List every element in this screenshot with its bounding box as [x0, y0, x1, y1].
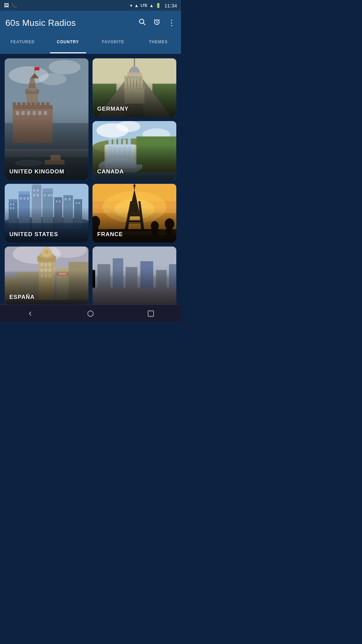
uk-label: UNITED KINGDOM [9, 168, 64, 175]
wifi-icon: ▾ [130, 3, 132, 8]
svg-point-169 [88, 311, 94, 316]
svg-line-1 [143, 23, 145, 25]
card-espana[interactable]: ESPAÑA [5, 247, 88, 305]
espana-label: ESPAÑA [9, 294, 35, 301]
battery-icon: 🔋 [156, 3, 161, 8]
france-label: FRANCE [97, 231, 123, 238]
tab-country[interactable]: COUNTRY [45, 35, 90, 53]
tabs-bar: FEATURED COUNTRY FAVORITE THEMES [0, 35, 181, 54]
signal-icon: ▲ [134, 3, 139, 8]
card-france[interactable]: FRANCE [93, 184, 176, 243]
search-button[interactable] [138, 18, 146, 28]
bottom-nav [0, 305, 181, 322]
card-uk[interactable]: UNITED KINGDOM [5, 58, 88, 180]
card-partial[interactable] [93, 247, 176, 305]
canada-label: CANADA [97, 168, 124, 175]
back-button[interactable] [23, 307, 37, 320]
svg-rect-170 [148, 311, 154, 316]
status-right-icons: ▾ ▲ LTE ▲ 🔋 11:34 [130, 3, 177, 8]
time-display: 11:34 [164, 3, 177, 8]
tab-favorite[interactable]: FAVORITE [90, 35, 136, 53]
photo-icon: 🖼 [4, 3, 9, 8]
header-actions: ⋮ [138, 18, 176, 28]
app-header: 60s Music Radios ⋮ [0, 11, 181, 35]
lte-label: LTE [141, 3, 147, 7]
more-button[interactable]: ⋮ [168, 18, 176, 28]
status-bar: 🖼 📞 ▾ ▲ LTE ▲ 🔋 11:34 [0, 0, 181, 11]
home-button[interactable] [84, 307, 97, 320]
app-title: 60s Music Radios [5, 18, 76, 28]
recents-button[interactable] [144, 307, 158, 320]
card-canada[interactable]: CANADA [93, 121, 176, 180]
card-usa[interactable]: UNITED STATES [5, 184, 88, 243]
tab-featured[interactable]: FEATURED [0, 35, 45, 53]
germany-label: GERMANY [97, 106, 129, 112]
signal2-icon: ▲ [149, 3, 154, 8]
phone-icon: 📞 [11, 3, 17, 8]
alarm-button[interactable] [153, 18, 161, 28]
status-left-icons: 🖼 📞 [4, 3, 17, 8]
card-germany[interactable]: GERMANY [93, 58, 176, 117]
tab-themes[interactable]: THEMES [136, 35, 181, 53]
country-grid: UNITED KINGDOM [0, 54, 181, 305]
usa-label: UNITED STATES [9, 231, 58, 238]
